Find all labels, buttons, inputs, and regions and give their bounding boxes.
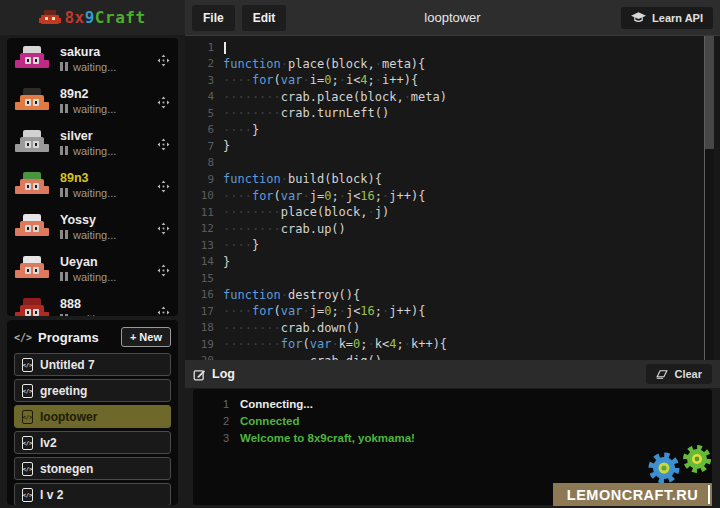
code-line[interactable]: 12········crab.up() (185, 221, 720, 238)
program-item[interactable]: </>lv2 (14, 431, 171, 454)
player-row[interactable]: 888waiting... (7, 290, 178, 316)
move-player-button[interactable] (157, 95, 170, 108)
program-item[interactable]: </>greeting (14, 379, 171, 402)
code-line[interactable]: 20············crab.dig() (185, 353, 720, 361)
player-list-panel: sakurawaiting...89n2waiting...silverwait… (7, 38, 178, 316)
player-row[interactable]: 89n2waiting... (7, 80, 178, 122)
player-status: waiting... (60, 229, 116, 241)
player-row[interactable]: Yossywaiting... (7, 206, 178, 248)
move-player-button[interactable] (157, 263, 170, 276)
file-menu-button[interactable]: File (192, 5, 235, 31)
code-editor[interactable]: 12function·place(block,·meta){3····for(v… (185, 35, 720, 360)
code-line[interactable]: 5········crab.turnLeft() (185, 105, 720, 122)
code-text: } (223, 139, 230, 153)
pause-icon (60, 230, 68, 239)
code-line[interactable]: 17····for(var·j=0;·j<16;·j++){ (185, 303, 720, 320)
code-line[interactable]: 13····} (185, 237, 720, 254)
player-info: silverwaiting... (60, 130, 116, 157)
program-file-icon: </> (22, 488, 33, 502)
move-player-button[interactable] (157, 137, 170, 150)
code-line[interactable]: 18········crab.down() (185, 320, 720, 337)
player-avatar (15, 256, 49, 283)
code-text (223, 40, 226, 54)
move-player-icon (157, 180, 170, 193)
learn-api-button[interactable]: Learn API (621, 7, 713, 29)
player-row[interactable]: Ueyanwaiting... (7, 248, 178, 290)
player-status: waiting... (60, 271, 116, 283)
program-item[interactable]: </>stonegen (14, 457, 171, 480)
program-item[interactable]: </>l v 2 (14, 483, 171, 505)
code-line[interactable]: 2function·place(block,·meta){ (185, 56, 720, 73)
log-line-number: 1 (193, 398, 229, 410)
program-item[interactable]: </>Untitled 7 (14, 353, 171, 376)
logo-bar: 8x9Craft (0, 0, 185, 35)
code-text: function·destroy(){ (223, 288, 360, 302)
code-line[interactable]: 16function·destroy(){ (185, 287, 720, 304)
code-line[interactable]: 7} (185, 138, 720, 155)
watermark-cursor (708, 485, 710, 504)
move-player-button[interactable] (157, 53, 170, 66)
code-text: ········crab.turnLeft() (223, 106, 389, 120)
code-line[interactable]: 8 (185, 155, 720, 172)
line-number: 6 (185, 123, 223, 136)
editor-scrollbar[interactable] (704, 36, 714, 360)
code-text: function·place(block,·meta){ (223, 57, 425, 71)
log-line-number: 3 (193, 432, 229, 444)
move-player-button[interactable] (157, 221, 170, 234)
programs-panel: </> Programs + New </>Untitled 7</>greet… (7, 320, 178, 505)
editor-scrollbar-thumb[interactable] (705, 36, 714, 149)
program-file-icon: </> (22, 358, 33, 372)
programs-header: </> Programs + New (14, 325, 171, 349)
player-name: 89n3 (60, 172, 116, 184)
program-item-label: l v 2 (40, 488, 63, 502)
player-name: sakura (60, 46, 116, 58)
learn-api-label: Learn API (652, 12, 703, 24)
log-line-number: 2 (193, 415, 229, 427)
player-row[interactable]: sakurawaiting... (7, 38, 178, 80)
code-line[interactable]: 15 (185, 270, 720, 287)
blue-gear-icon (652, 456, 676, 480)
code-line[interactable]: 6····} (185, 122, 720, 139)
line-number: 11 (185, 206, 223, 219)
edit-menu-button[interactable]: Edit (242, 5, 287, 31)
code-text: ····for(var·j=0;·j<16;·j++){ (223, 189, 425, 203)
new-program-button[interactable]: + New (121, 327, 171, 347)
line-number: 5 (185, 107, 223, 120)
code-text: } (223, 255, 230, 269)
code-line[interactable]: 10····for(var·j=0;·j<16;·j++){ (185, 188, 720, 205)
code-line[interactable]: 4········crab.place(block,·meta) (185, 89, 720, 106)
program-item[interactable]: </>looptower (14, 405, 171, 428)
move-player-button[interactable] (157, 305, 170, 317)
player-row[interactable]: 89n3waiting... (7, 164, 178, 206)
log-row: 3Welcome to 8x9craft, yokmama! (193, 429, 712, 446)
app-logo: 8x9Craft (64, 8, 145, 27)
player-info: 89n2waiting... (60, 88, 116, 115)
program-item-label: lv2 (40, 436, 57, 450)
program-file-icon: </> (22, 410, 33, 424)
code-line[interactable]: 1 (185, 39, 720, 56)
code-line[interactable]: 14} (185, 254, 720, 271)
menubar: File Edit looptower Learn API (185, 0, 720, 35)
line-number: 19 (185, 338, 223, 351)
log-line-text: Connected (240, 415, 299, 427)
code-line[interactable]: 19········for(var·k=0;·k<4;·k++){ (185, 336, 720, 353)
pause-icon (60, 272, 68, 281)
player-info: 888waiting... (60, 298, 116, 317)
code-text: ····for(var·i=0;·i<4;·i++){ (223, 73, 418, 87)
line-number: 13 (185, 239, 223, 252)
player-row[interactable]: silverwaiting... (7, 122, 178, 164)
line-number: 10 (185, 189, 223, 202)
logo-robot-icon (39, 10, 61, 25)
clear-log-button[interactable]: Clear (646, 364, 712, 384)
code-text: ········crab.place(block,·meta) (223, 90, 447, 104)
edit-log-icon (193, 368, 206, 381)
move-player-button[interactable] (157, 179, 170, 192)
line-number: 12 (185, 222, 223, 235)
code-line[interactable]: 9function·build(block){ (185, 171, 720, 188)
code-line[interactable]: 3····for(var·i=0;·i<4;·i++){ (185, 72, 720, 89)
code-line[interactable]: 11········place(block,·j) (185, 204, 720, 221)
player-name: 89n2 (60, 88, 116, 100)
code-text: ········crab.up() (223, 222, 346, 236)
clear-log-label: Clear (674, 368, 702, 380)
text-cursor (224, 42, 226, 54)
